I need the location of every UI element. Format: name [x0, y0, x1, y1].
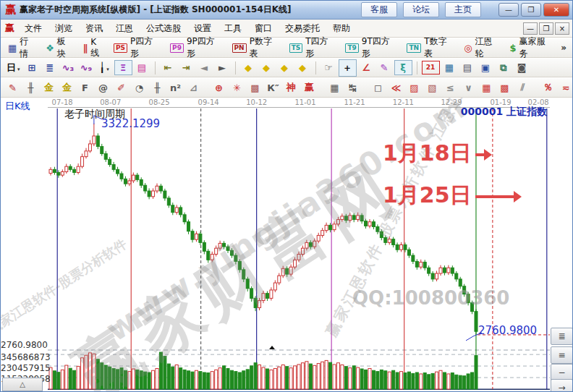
candle	[53, 169, 56, 172]
brush-tool-icon[interactable]: ✎	[4, 81, 21, 95]
kline-zoom-3-button[interactable]: ≣	[551, 328, 572, 345]
grid-tool-icon[interactable]: ▦	[478, 81, 495, 95]
frame-tool-icon[interactable]: ◻	[370, 81, 386, 95]
draw-tool-icon[interactable]: ✎	[376, 61, 393, 74]
gold-section2-icon[interactable]: 金	[59, 80, 75, 95]
ying-ruler-icon[interactable]: 赢	[301, 80, 318, 95]
mdi-close-button[interactable]: ×	[555, 22, 569, 35]
minimize-button[interactable]: —	[498, 3, 519, 17]
diamond-left-icon[interactable]: ◆	[240, 61, 257, 74]
diamond-center-icon[interactable]: ◆	[294, 61, 311, 74]
volume-bar	[65, 365, 68, 389]
grid-target-icon[interactable]: ▩	[247, 81, 263, 95]
period-day-dropdown[interactable]: 日▾	[4, 60, 22, 76]
candle-style-dropdown[interactable]: ╽▾	[96, 61, 113, 74]
kline-button[interactable]: ∥K线	[79, 35, 109, 61]
close-button[interactable]: ✕	[543, 3, 569, 17]
hand-tool-icon[interactable]: ☞	[321, 61, 337, 74]
titlebar[interactable]: 赢 赢家老子时空周期系统[纵横版] - [上证指数 SH000001-154日K…	[1, 1, 572, 20]
9t-square-button[interactable]: T99T四方形	[341, 34, 402, 61]
percent-lines-icon[interactable]: ≂	[558, 81, 573, 95]
p-square-button[interactable]: PSP四方形	[109, 34, 166, 61]
cycle-circle-icon[interactable]: ◔	[131, 81, 148, 95]
customer-service-button[interactable]: 客服	[361, 2, 397, 17]
volume-bar	[195, 370, 198, 389]
gann-target-icon[interactable]: ⊕	[211, 81, 227, 95]
gann-wheel-button[interactable]: ◎江恩轮	[459, 34, 505, 61]
tn-badge-icon: TN	[407, 43, 421, 53]
t-square-button[interactable]: TST四方形	[285, 34, 341, 61]
kmark-tool-icon[interactable]: К″	[265, 81, 281, 95]
expand-pane-button[interactable]: △	[2, 378, 43, 391]
crosshair-tool-icon[interactable]: ＋	[339, 59, 357, 77]
star-tool-icon[interactable]: ✳	[229, 81, 245, 95]
candle	[258, 301, 261, 308]
gold-section-icon[interactable]: 金	[41, 80, 57, 95]
prev-icon[interactable]: ◄	[196, 61, 213, 74]
wheel-icon: ◎	[464, 43, 472, 54]
marker-tool-icon[interactable]: ✐	[113, 81, 130, 95]
wave-9-icon[interactable]: ∿₉	[78, 61, 95, 74]
angle-fan-icon[interactable]: ≤	[442, 81, 459, 95]
shade-box-icon[interactable]: ▧	[424, 81, 441, 95]
forum-button[interactable]: 论坛	[403, 2, 439, 17]
first-page-icon[interactable]: ⇤	[160, 61, 177, 74]
brain-icon[interactable]: ξ	[394, 60, 412, 75]
diamond-expand-icon[interactable]: ◆	[276, 61, 293, 74]
angle-tool-icon[interactable]: ∠	[358, 61, 375, 74]
volume-bar	[352, 366, 355, 389]
market-quotes-button[interactable]: ▦行情	[4, 34, 41, 61]
p-number-table-button[interactable]: PNP数字表	[228, 34, 285, 61]
wave-3-icon[interactable]: ∿₃	[60, 61, 77, 74]
color-chart-icon[interactable]: ▤	[134, 61, 150, 74]
width-measure-icon[interactable]: ↹	[344, 81, 361, 95]
volume-bar	[372, 370, 375, 389]
calendar-icon[interactable]: 21	[422, 61, 440, 74]
v-lines-icon[interactable]: ∨	[460, 81, 477, 95]
volume-bar	[317, 364, 320, 389]
kline-zoom-2-button[interactable]: ≡	[551, 346, 572, 364]
chip-distribution-icon[interactable]: Ξ	[114, 60, 132, 75]
note-panel-icon[interactable]: ≣	[42, 61, 59, 74]
next-icon[interactable]: ►	[214, 61, 231, 74]
diamond-right-icon[interactable]: ◆	[258, 61, 275, 74]
pane-type-label: 日K线	[5, 100, 30, 113]
notebook-icon[interactable]: ▤	[459, 61, 476, 74]
parallel-lines-icon[interactable]: ⫽	[514, 80, 531, 95]
count-ruler-icon[interactable]: ▦	[326, 81, 343, 95]
sectors-button[interactable]: ❖板块	[41, 34, 79, 61]
menu-item-资讯[interactable]: 资讯	[79, 20, 109, 37]
pane-splitter-marker[interactable]	[269, 346, 275, 349]
9p-square-button[interactable]: P99P四方形	[166, 34, 227, 61]
candle	[297, 254, 300, 260]
camera-icon[interactable]: ◙	[514, 61, 530, 74]
save-icon[interactable]: ▣	[478, 61, 494, 74]
last-page-icon[interactable]: ⇥	[178, 61, 195, 74]
fib-ruler-icon[interactable]: F	[77, 81, 93, 95]
n2-ruler-icon[interactable]: n²	[167, 81, 184, 95]
shen-ruler-icon[interactable]: 神	[283, 80, 300, 95]
t-number-table-button[interactable]: TNT数字表	[402, 34, 459, 61]
percent-retrace-icon[interactable]: ％	[540, 80, 556, 95]
annotation-jan25: 1月25日	[383, 181, 515, 210]
spiral-tool-icon[interactable]: @	[95, 81, 111, 95]
mdi-restore-button[interactable]: ❐	[539, 22, 553, 35]
toolbar-overflow-button[interactable]: »	[558, 43, 569, 53]
winner-service-button[interactable]: $赢家服务	[505, 34, 558, 61]
homepage-button[interactable]: 主页	[445, 2, 481, 17]
protractor-icon[interactable]: ⊿	[185, 81, 202, 95]
volume-bar	[207, 373, 210, 389]
ruler-tool-icon[interactable]: ╫	[22, 81, 39, 95]
window-grid-icon[interactable]: ⊞	[24, 61, 41, 74]
grid-box-icon[interactable]: ▩	[496, 81, 513, 95]
calculator-icon[interactable]: ▦	[441, 61, 458, 74]
mdi-minimize-button[interactable]: —	[523, 22, 538, 35]
ruler2-tool-icon[interactable]: ╫	[149, 81, 166, 95]
volume-bar	[329, 362, 332, 389]
kline-pan-right-button[interactable]: →	[551, 379, 572, 391]
restore-button[interactable]: ❐	[521, 3, 541, 17]
arrow-right-icon	[475, 153, 485, 156]
fan-lines-icon[interactable]: ≪	[388, 81, 404, 95]
gann-box-icon[interactable]: ▨	[406, 81, 423, 95]
images-icon[interactable]: ⧉	[496, 61, 512, 75]
